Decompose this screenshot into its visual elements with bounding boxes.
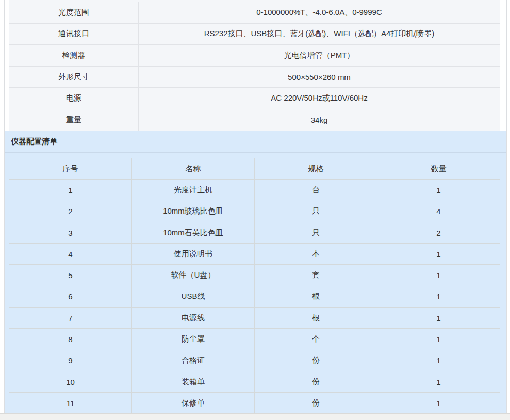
spec-value: AC 220V/50Hz或110V/60Hz — [139, 88, 500, 109]
config-cell-index: 3 — [9, 222, 132, 243]
config-cell-qty: 1 — [377, 265, 500, 286]
config-cell-index: 8 — [9, 329, 132, 350]
config-row: 4 使用说明书 本 1 — [9, 244, 500, 265]
spec-value: 0-1000000%T、-4.0-6.0A、0-9999C — [139, 2, 500, 24]
spec-label: 通讯接口 — [9, 23, 139, 45]
spec-value: 光电倍增管（PMT） — [139, 45, 500, 67]
config-row: 6 USB线 根 1 — [9, 286, 500, 307]
spec-row: 光度范围 0-1000000%T、-4.0-6.0A、0-9999C — [9, 2, 500, 24]
spec-table: 光度范围 0-1000000%T、-4.0-6.0A、0-9999C 通讯接口 … — [9, 2, 500, 131]
config-row: 7 电源线 根 1 — [9, 308, 500, 329]
spec-label: 光度范围 — [9, 2, 139, 24]
config-cell-spec: 份 — [255, 393, 377, 414]
config-cell-spec: 只 — [255, 201, 377, 222]
spec-row: 通讯接口 RS232接口、USB接口、蓝牙(选配)、WIFI（选配）A4打印机(… — [9, 23, 500, 45]
spec-label: 外形尺寸 — [9, 66, 139, 88]
config-cell-spec: 份 — [255, 371, 377, 392]
config-cell-qty: 2 — [377, 222, 500, 243]
config-cell-spec: 根 — [255, 308, 377, 329]
config-cell-name: USB线 — [132, 286, 255, 307]
config-row: 10 装箱单 份 1 — [9, 371, 500, 392]
config-cell-qty: 4 — [377, 201, 500, 222]
config-cell-index: 7 — [9, 308, 132, 329]
config-cell-name: 10mm玻璃比色皿 — [132, 201, 255, 222]
config-header-name: 名称 — [132, 158, 255, 180]
config-cell-qty: 1 — [377, 308, 500, 329]
spec-label: 电源 — [9, 88, 139, 109]
config-section: 仪器配置清单 序号 名称 规格 数量 1 光度计主机 台 1 — [5, 131, 506, 413]
page-bottom-strip — [0, 413, 510, 420]
config-cell-index: 11 — [9, 393, 132, 414]
spec-row: 重量 34kg — [9, 109, 500, 131]
config-row: 11 保修单 份 1 — [9, 393, 500, 414]
config-cell-qty: 1 — [377, 244, 500, 265]
config-cell-qty: 1 — [377, 371, 500, 392]
config-cell-index: 9 — [9, 350, 132, 371]
config-header-spec: 规格 — [255, 158, 377, 180]
config-cell-index: 1 — [9, 180, 132, 201]
spec-value: RS232接口、USB接口、蓝牙(选配)、WIFI（选配）A4打印机(喷墨) — [139, 23, 500, 45]
config-cell-spec: 个 — [255, 329, 377, 350]
config-cell-spec: 台 — [255, 180, 377, 201]
section-title: 仪器配置清单 — [5, 131, 506, 153]
config-cell-qty: 1 — [377, 329, 500, 350]
spec-label: 检测器 — [9, 45, 139, 67]
config-cell-qty: 1 — [377, 350, 500, 371]
config-cell-name: 软件（U盘） — [132, 265, 255, 286]
config-cell-qty: 1 — [377, 180, 500, 201]
config-cell-index: 2 — [9, 201, 132, 222]
config-header-index: 序号 — [9, 158, 132, 180]
spec-value: 500×550×260 mm — [139, 66, 500, 88]
config-cell-name: 合格证 — [132, 350, 255, 371]
config-cell-name: 装箱单 — [132, 371, 255, 392]
spec-label: 重量 — [9, 109, 139, 131]
config-header-row: 序号 名称 规格 数量 — [9, 158, 500, 180]
config-cell-index: 6 — [9, 286, 132, 307]
page: 光度范围 0-1000000%T、-4.0-6.0A、0-9999C 通讯接口 … — [0, 0, 510, 420]
config-row: 2 10mm玻璃比色皿 只 4 — [9, 201, 500, 222]
config-row: 3 10mm石英比色皿 只 2 — [9, 222, 500, 243]
spec-value: 34kg — [139, 109, 500, 131]
spec-row: 电源 AC 220V/50Hz或110V/60Hz — [9, 88, 500, 109]
config-row: 8 防尘罩 个 1 — [9, 329, 500, 350]
config-cell-spec: 本 — [255, 244, 377, 265]
config-cell-index: 4 — [9, 244, 132, 265]
config-cell-name: 保修单 — [132, 393, 255, 414]
config-cell-name: 电源线 — [132, 308, 255, 329]
config-cell-name: 光度计主机 — [132, 180, 255, 201]
config-cell-qty: 1 — [377, 393, 500, 414]
config-cell-name: 防尘罩 — [132, 329, 255, 350]
config-cell-qty: 1 — [377, 286, 500, 307]
config-cell-spec: 只 — [255, 222, 377, 243]
config-cell-index: 10 — [9, 371, 132, 392]
config-cell-spec: 根 — [255, 286, 377, 307]
config-cell-name: 10mm石英比色皿 — [132, 222, 255, 243]
spec-row: 外形尺寸 500×550×260 mm — [9, 66, 500, 88]
config-cell-spec: 份 — [255, 350, 377, 371]
config-header-qty: 数量 — [377, 158, 500, 180]
spec-row: 检测器 光电倍增管（PMT） — [9, 45, 500, 67]
config-row: 9 合格证 份 1 — [9, 350, 500, 371]
config-row: 5 软件（U盘） 套 1 — [9, 265, 500, 286]
config-table: 序号 名称 规格 数量 1 光度计主机 台 1 2 10mm — [9, 158, 500, 414]
config-cell-name: 使用说明书 — [132, 244, 255, 265]
config-row: 1 光度计主机 台 1 — [9, 180, 500, 201]
config-cell-index: 5 — [9, 265, 132, 286]
config-cell-spec: 套 — [255, 265, 377, 286]
content-container: 光度范围 0-1000000%T、-4.0-6.0A、0-9999C 通讯接口 … — [4, 0, 507, 413]
